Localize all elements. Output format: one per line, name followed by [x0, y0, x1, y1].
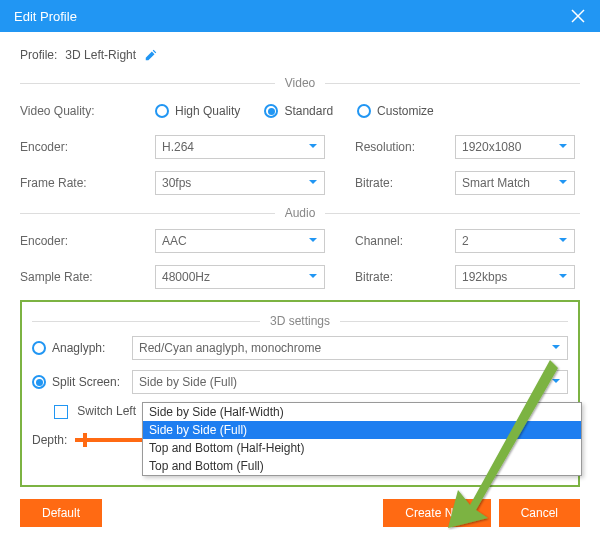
radio-standard[interactable]: Standard — [264, 104, 333, 118]
chevron-down-icon — [558, 270, 568, 284]
chevron-down-icon — [308, 270, 318, 284]
anaglyph-label: Anaglyph: — [52, 341, 105, 355]
three-d-settings-box: 3D settings Anaglyph: Red/Cyan anaglyph,… — [20, 300, 580, 487]
edit-icon[interactable] — [144, 48, 158, 62]
chevron-down-icon — [551, 341, 561, 355]
depth-label: Depth: — [32, 433, 67, 447]
option-half-height[interactable]: Top and Bottom (Half-Height) — [143, 439, 581, 457]
profile-row: Profile: 3D Left-Right — [20, 42, 580, 72]
radio-split-screen[interactable] — [32, 375, 46, 389]
chevron-down-icon — [308, 234, 318, 248]
audio-encoder-select[interactable]: AAC — [155, 229, 325, 253]
video-bitrate-label: Bitrate: — [355, 176, 455, 190]
radio-customize[interactable]: Customize — [357, 104, 434, 118]
create-new-button[interactable]: Create New — [383, 499, 490, 527]
audio-bitrate-label: Bitrate: — [355, 270, 455, 284]
close-icon[interactable] — [570, 8, 586, 24]
default-button[interactable]: Default — [20, 499, 102, 527]
chevron-down-icon — [558, 176, 568, 190]
titlebar: Edit Profile — [0, 0, 600, 32]
option-half-width[interactable]: Side by Side (Half-Width) — [143, 403, 581, 421]
chevron-down-icon — [308, 140, 318, 154]
split-screen-label: Split Screen: — [52, 375, 120, 389]
channel-label: Channel: — [355, 234, 455, 248]
video-encoder-select[interactable]: H.264 — [155, 135, 325, 159]
three-d-section-header: 3D settings — [32, 314, 568, 328]
resolution-select[interactable]: 1920x1080 — [455, 135, 575, 159]
chevron-down-icon — [558, 140, 568, 154]
window-title: Edit Profile — [14, 9, 570, 24]
video-quality-label: Video Quality: — [20, 104, 155, 118]
chevron-down-icon — [551, 375, 561, 389]
chevron-down-icon — [308, 176, 318, 190]
profile-name: 3D Left-Right — [65, 48, 136, 62]
split-screen-dropdown[interactable]: Side by Side (Half-Width) Side by Side (… — [142, 402, 582, 476]
option-full[interactable]: Side by Side (Full) — [143, 421, 581, 439]
profile-label: Profile: — [20, 48, 57, 62]
audio-bitrate-select[interactable]: 192kbps — [455, 265, 575, 289]
video-encoder-label: Encoder: — [20, 140, 155, 154]
radio-high-quality[interactable]: High Quality — [155, 104, 240, 118]
video-section-header: Video — [20, 76, 580, 90]
split-screen-select[interactable]: Side by Side (Full) — [132, 370, 568, 394]
resolution-label: Resolution: — [355, 140, 455, 154]
chevron-down-icon — [558, 234, 568, 248]
radio-anaglyph[interactable] — [32, 341, 46, 355]
audio-section-header: Audio — [20, 206, 580, 220]
cancel-button[interactable]: Cancel — [499, 499, 580, 527]
switch-left-label: Switch Left — [77, 404, 136, 418]
option-tb-full[interactable]: Top and Bottom (Full) — [143, 457, 581, 475]
channel-select[interactable]: 2 — [455, 229, 575, 253]
samplerate-label: Sample Rate: — [20, 270, 155, 284]
video-bitrate-select[interactable]: Smart Match — [455, 171, 575, 195]
anaglyph-select[interactable]: Red/Cyan anaglyph, monochrome — [132, 336, 568, 360]
footer: Default Create New Cancel — [0, 487, 600, 539]
framerate-select[interactable]: 30fps — [155, 171, 325, 195]
audio-encoder-label: Encoder: — [20, 234, 155, 248]
framerate-label: Frame Rate: — [20, 176, 155, 190]
switch-left-checkbox[interactable] — [54, 405, 68, 419]
samplerate-select[interactable]: 48000Hz — [155, 265, 325, 289]
